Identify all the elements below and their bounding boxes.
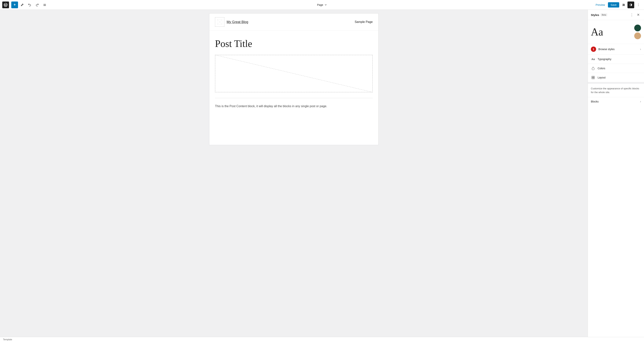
list-view-icon bbox=[43, 3, 46, 6]
placeholder-image-icon bbox=[217, 19, 222, 25]
content-divider bbox=[215, 98, 373, 98]
panel-header-actions: ⋮ ✕ bbox=[629, 12, 641, 18]
page-canvas: My Great Blog Sample Page Post Title Thi… bbox=[209, 14, 378, 145]
status-bar: Template bbox=[0, 337, 644, 342]
blocks-description: Customize the appearance of specific blo… bbox=[588, 82, 644, 97]
undo-button[interactable] bbox=[26, 2, 33, 8]
svg-rect-7 bbox=[592, 78, 593, 79]
placeholder-svg bbox=[215, 55, 372, 92]
post-area: Post Title This is the Post Content bloc… bbox=[209, 30, 378, 114]
panel-close-button[interactable]: ✕ bbox=[635, 12, 641, 18]
wp-logo[interactable] bbox=[2, 2, 9, 8]
wordpress-icon bbox=[4, 3, 8, 7]
document-overview-button[interactable] bbox=[41, 2, 48, 8]
blog-logo-image bbox=[215, 17, 224, 27]
add-block-button[interactable]: + bbox=[11, 2, 18, 8]
svg-rect-6 bbox=[593, 76, 594, 77]
canvas-area: My Great Blog Sample Page Post Title Thi… bbox=[0, 10, 588, 337]
style-preview-text: Aa bbox=[591, 26, 603, 38]
settings-button[interactable] bbox=[620, 2, 627, 8]
dark-mode-icon bbox=[629, 4, 632, 6]
secondary-color-circle bbox=[634, 32, 641, 39]
image-placeholder[interactable] bbox=[215, 55, 373, 92]
blog-header: My Great Blog Sample Page bbox=[209, 14, 378, 30]
edit-icon bbox=[20, 3, 24, 6]
svg-rect-5 bbox=[592, 76, 593, 77]
post-title[interactable]: Post Title bbox=[215, 38, 373, 49]
chevron-right-icon: › bbox=[640, 48, 641, 51]
more-options-button[interactable]: ⋮ bbox=[635, 2, 642, 8]
edit-tool-button[interactable] bbox=[19, 2, 26, 8]
redo-button[interactable] bbox=[34, 2, 40, 8]
styles-panel: Styles Beta ⋮ ✕ Aa 1 Browse styles › bbox=[588, 10, 644, 337]
save-button[interactable]: Save bbox=[608, 2, 619, 8]
panel-more-button[interactable]: ⋮ bbox=[629, 12, 634, 18]
colors-icon bbox=[591, 66, 595, 70]
gear-icon bbox=[622, 3, 625, 6]
notification-badge: 1 bbox=[591, 46, 596, 52]
browse-styles-row[interactable]: 1 Browse styles › bbox=[588, 44, 644, 54]
undo-icon bbox=[28, 3, 31, 6]
style-preview: Aa bbox=[588, 20, 644, 44]
style-preview-colors bbox=[634, 24, 641, 39]
redo-icon bbox=[36, 3, 39, 6]
drop-icon bbox=[592, 67, 595, 70]
layout-icon bbox=[591, 75, 595, 80]
dark-mode-button[interactable] bbox=[628, 2, 634, 8]
main-layout: My Great Blog Sample Page Post Title Thi… bbox=[0, 10, 644, 337]
blog-nav-link[interactable]: Sample Page bbox=[355, 20, 373, 24]
post-content-text: This is the Post Content block, it will … bbox=[215, 102, 373, 110]
page-dropdown-button[interactable]: Page bbox=[315, 2, 329, 8]
layout-option[interactable]: Layout bbox=[588, 73, 644, 82]
svg-rect-8 bbox=[593, 78, 594, 79]
page-label: Page bbox=[317, 4, 323, 6]
styles-panel-title: Styles bbox=[591, 13, 599, 16]
preview-button[interactable]: Preview bbox=[593, 2, 607, 8]
colors-option[interactable]: Colors bbox=[588, 64, 644, 73]
toolbar-center: Page bbox=[315, 2, 329, 8]
blocks-row[interactable]: Blocks › bbox=[588, 97, 644, 106]
styles-panel-header: Styles Beta ⋮ ✕ bbox=[588, 10, 644, 20]
typography-option[interactable]: Aa Typography bbox=[588, 54, 644, 64]
typography-label: Typography bbox=[598, 58, 641, 61]
typography-icon: Aa bbox=[591, 57, 595, 62]
browse-styles-label: Browse styles bbox=[598, 48, 640, 51]
blocks-label: Blocks bbox=[591, 100, 640, 103]
blog-title[interactable]: My Great Blog bbox=[226, 20, 248, 24]
blocks-chevron-icon: › bbox=[640, 100, 641, 103]
toolbar-right: Preview Save ⋮ bbox=[593, 2, 642, 8]
layout-label: Layout bbox=[598, 76, 641, 79]
blog-logo-area: My Great Blog bbox=[215, 17, 248, 27]
primary-color-circle bbox=[634, 24, 641, 31]
chevron-down-icon bbox=[324, 4, 327, 6]
status-label: Template bbox=[3, 338, 12, 341]
beta-badge: Beta bbox=[601, 13, 607, 16]
colors-label: Colors bbox=[598, 67, 641, 70]
layout-grid-icon bbox=[592, 76, 595, 79]
styles-panel-title-area: Styles Beta bbox=[591, 13, 607, 16]
toolbar: + Page Preview Save bbox=[0, 0, 644, 10]
